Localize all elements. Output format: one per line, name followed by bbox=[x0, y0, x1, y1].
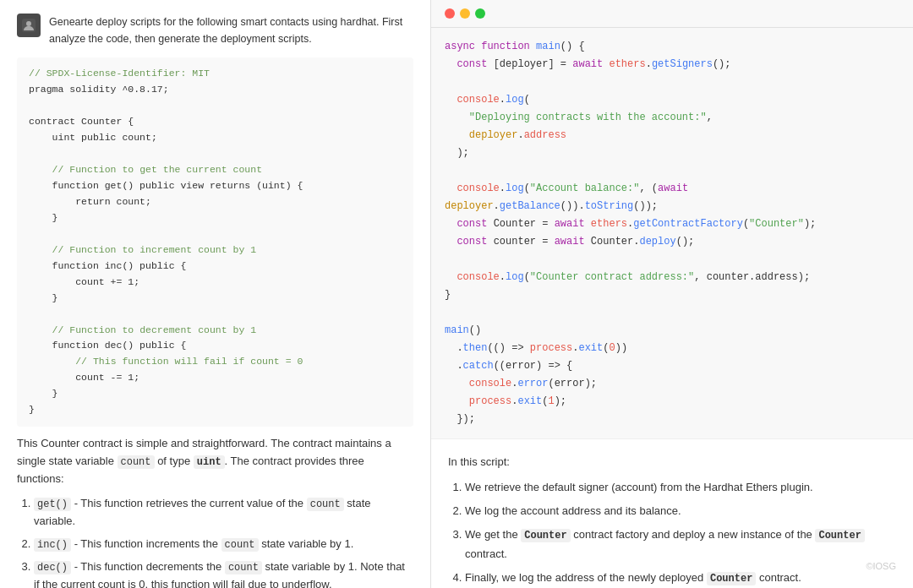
code-line: } bbox=[445, 286, 899, 304]
code-line: console.log("Account balance:", (await bbox=[445, 180, 899, 198]
functions-list: get() - This function retrieves the curr… bbox=[17, 495, 413, 588]
avatar bbox=[17, 14, 41, 37]
analysis-text: This Counter contract is simple and stra… bbox=[17, 435, 413, 488]
code-line: uint public count; bbox=[29, 130, 402, 146]
code-line: return count; bbox=[29, 194, 402, 210]
explanation-intro: In this script: bbox=[448, 453, 896, 471]
code-line: "Deploying contracts with the account:", bbox=[445, 109, 899, 127]
code-line: count += 1; bbox=[29, 275, 402, 291]
step-item: We get the Counter contract factory and … bbox=[465, 525, 896, 563]
list-item: inc() - This function increments the cou… bbox=[34, 536, 413, 553]
maximize-button[interactable] bbox=[475, 8, 485, 19]
code-line: console.log("Counter contract address:",… bbox=[445, 269, 899, 286]
window-controls bbox=[431, 0, 913, 28]
minimize-button[interactable] bbox=[460, 8, 470, 19]
code-line: count -= 1; bbox=[29, 370, 402, 386]
prompt-header: Genearte deploy scripts for the followin… bbox=[17, 14, 413, 47]
code-line: deployer.getBalance()).toString()); bbox=[445, 198, 899, 215]
code-line: contract Counter { bbox=[29, 114, 402, 130]
code-line: async function main() { bbox=[445, 38, 899, 56]
code-line: ); bbox=[445, 144, 899, 162]
code-line: console.error(error); bbox=[445, 375, 899, 393]
code-line: } bbox=[29, 402, 402, 418]
left-panel: Genearte deploy scripts for the followin… bbox=[0, 0, 431, 588]
prompt-text: Genearte deploy scripts for the followin… bbox=[49, 14, 413, 47]
code-line: const [deployer] = await ethers.getSigne… bbox=[445, 56, 899, 74]
list-item: get() - This function retrieves the curr… bbox=[34, 495, 413, 531]
code-line: } bbox=[29, 291, 402, 307]
code-line: } bbox=[29, 386, 402, 402]
code-line: // Function to get the current count bbox=[29, 162, 402, 178]
code-line: // Function to decrement count by 1 bbox=[29, 323, 402, 339]
code-line: function dec() public { bbox=[29, 338, 402, 354]
explanation-steps: We retrieve the default signer (account)… bbox=[448, 478, 896, 587]
close-button[interactable] bbox=[445, 8, 455, 19]
code-line: }); bbox=[445, 411, 899, 428]
code-line: // SPDX-License-Identifier: MIT bbox=[29, 66, 402, 82]
code-line: pragma solidity ^0.8.17; bbox=[29, 82, 402, 98]
right-panel: async function main() { const [deployer]… bbox=[431, 0, 913, 588]
code-line: .catch((error) => { bbox=[445, 357, 899, 375]
code-line: function get() public view returns (uint… bbox=[29, 178, 402, 194]
list-item: dec() - This function decrements the cou… bbox=[34, 558, 413, 588]
step-item: Finally, we log the address of the newly… bbox=[465, 569, 896, 587]
code-line: // This function will fail if count = 0 bbox=[29, 354, 402, 370]
code-line: deployer.address bbox=[445, 127, 899, 144]
explanation-area: In this script: We retrieve the default … bbox=[431, 439, 913, 588]
code-line: function inc() public { bbox=[29, 259, 402, 275]
step-item: We log the account address and its balan… bbox=[465, 502, 896, 520]
code-line: console.log( bbox=[445, 91, 899, 109]
code-line: } bbox=[29, 210, 402, 226]
step-item: We retrieve the default signer (account)… bbox=[465, 478, 896, 497]
code-line: const Counter = await ethers.getContract… bbox=[445, 215, 899, 233]
smart-contract-code: // SPDX-License-Identifier: MIT pragma s… bbox=[17, 57, 413, 427]
deploy-code-block: async function main() { const [deployer]… bbox=[431, 28, 913, 439]
code-line: .then(() => process.exit(0)) bbox=[445, 340, 899, 357]
code-line: // Function to increment count by 1 bbox=[29, 242, 402, 259]
svg-point-1 bbox=[26, 21, 31, 26]
code-line: const counter = await Counter.deploy(); bbox=[445, 233, 899, 251]
code-line: main() bbox=[445, 322, 899, 340]
code-line: process.exit(1); bbox=[445, 393, 899, 411]
